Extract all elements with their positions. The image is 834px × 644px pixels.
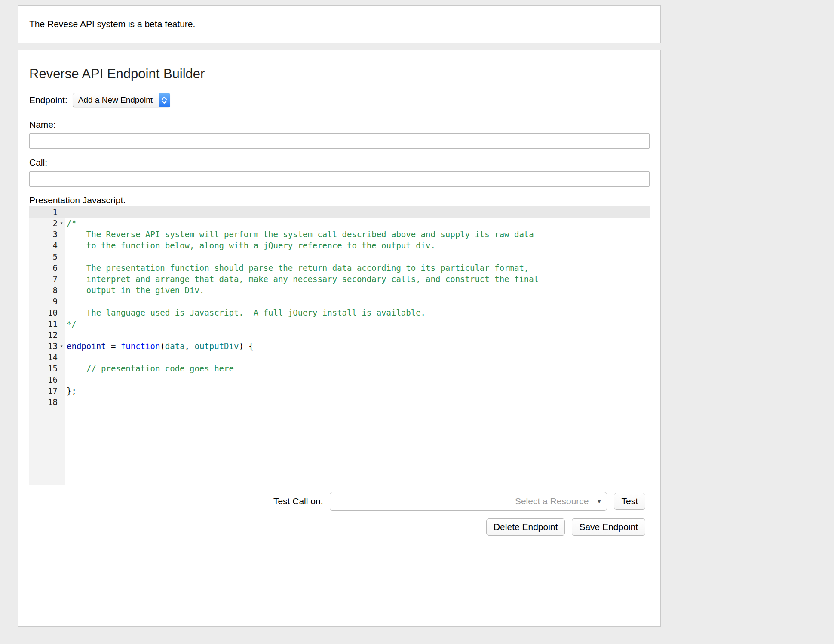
code-line-text[interactable]: }; xyxy=(65,385,650,396)
code-line-text[interactable]: The Reverse API system will perform the … xyxy=(65,229,650,240)
line-number-cell: 14 xyxy=(29,352,65,363)
code-token-keyword: function xyxy=(121,341,160,351)
code-line[interactable]: 15 // presentation code goes here xyxy=(29,363,650,374)
line-number-cell: 3 xyxy=(29,229,65,240)
fold-spacer xyxy=(58,285,65,296)
code-line[interactable]: 10 The language used is Javascript. A fu… xyxy=(29,307,650,318)
fold-spacer xyxy=(58,396,65,408)
code-line[interactable]: 18 xyxy=(29,396,650,408)
endpoint-builder-panel: Reverse API Endpoint Builder Endpoint: A… xyxy=(18,50,661,627)
fold-spacer xyxy=(58,329,65,340)
line-number-cell: 11 xyxy=(29,318,65,329)
line-number-cell: 1 xyxy=(29,206,65,218)
code-token-comment: The Reverse API system will perform the … xyxy=(67,230,534,239)
code-line[interactable]: 6 The presentation function should parse… xyxy=(29,262,650,273)
code-token-comment: The language used is Javascript. A full … xyxy=(67,308,426,317)
code-line-text[interactable] xyxy=(65,296,650,307)
code-token-comment: interpret and arrange that data, make an… xyxy=(67,274,539,284)
code-line-text[interactable] xyxy=(65,396,650,408)
code-line-text[interactable] xyxy=(65,352,650,363)
code-line[interactable]: 13▾endpoint = function(data, outputDiv) … xyxy=(29,340,650,352)
line-number-cell: 2▾ xyxy=(29,218,65,229)
endpoint-row: Endpoint: Add a New Endpoint xyxy=(29,93,650,107)
code-line-text[interactable]: // presentation code goes here xyxy=(65,363,650,374)
save-endpoint-button[interactable]: Save Endpoint xyxy=(572,518,645,536)
line-number: 3 xyxy=(53,229,58,240)
code-line[interactable]: 4 to the function below, along with a jQ… xyxy=(29,240,650,251)
code-line[interactable]: 17}; xyxy=(29,385,650,396)
line-number: 18 xyxy=(48,396,58,408)
fold-spacer xyxy=(58,307,65,318)
resource-combobox[interactable]: Select a Resource ▾ xyxy=(330,492,607,511)
fold-spacer xyxy=(58,352,65,363)
call-input[interactable] xyxy=(29,171,650,187)
line-number-cell: 5 xyxy=(29,251,65,262)
name-input[interactable] xyxy=(29,133,650,149)
endpoint-select[interactable]: Add a New Endpoint xyxy=(73,93,170,107)
line-number: 5 xyxy=(53,251,58,262)
code-line-text[interactable]: interpret and arrange that data, make an… xyxy=(65,273,650,285)
beta-notice-banner: The Revese API system is a beta feature. xyxy=(18,5,661,43)
page-container: The Revese API system is a beta feature.… xyxy=(18,0,661,627)
code-line[interactable]: 14 xyxy=(29,352,650,363)
line-number-cell: 12 xyxy=(29,329,65,340)
code-line[interactable]: 16 xyxy=(29,374,650,385)
code-line[interactable]: 8 output in the given Div. xyxy=(29,285,650,296)
line-number: 12 xyxy=(48,329,58,340)
line-number-cell: 10 xyxy=(29,307,65,318)
code-token-plain: }; xyxy=(67,386,77,396)
code-line[interactable]: 1 xyxy=(29,206,650,218)
fold-arrow-icon[interactable]: ▾ xyxy=(58,218,65,229)
page-title: Reverse API Endpoint Builder xyxy=(29,66,650,82)
code-line-text[interactable] xyxy=(65,329,650,340)
dropdown-arrow-icon[interactable]: ▾ xyxy=(598,492,601,510)
code-token-variable: endpoint xyxy=(67,341,106,351)
name-label: Name: xyxy=(29,120,650,130)
code-line-text[interactable] xyxy=(65,206,650,218)
code-line-text[interactable]: /* xyxy=(65,218,650,229)
code-token-plain xyxy=(67,364,86,373)
presentation-js-label: Presentation Javascript: xyxy=(29,195,650,205)
fold-spacer xyxy=(58,296,65,307)
delete-endpoint-button[interactable]: Delete Endpoint xyxy=(486,518,565,536)
code-line-text[interactable]: to the function below, along with a jQue… xyxy=(65,240,650,251)
line-number: 8 xyxy=(53,285,58,296)
code-line-text[interactable]: The language used is Javascript. A full … xyxy=(65,307,650,318)
code-line[interactable]: 3 The Reverse API system will perform th… xyxy=(29,229,650,240)
line-number: 6 xyxy=(53,262,58,273)
code-line[interactable]: 7 interpret and arrange that data, make … xyxy=(29,273,650,285)
code-line-text[interactable]: output in the given Div. xyxy=(65,285,650,296)
code-line-text[interactable]: The presentation function should parse t… xyxy=(65,262,650,273)
code-line[interactable]: 2▾/* xyxy=(29,218,650,229)
code-line[interactable]: 12 xyxy=(29,329,650,340)
code-line[interactable]: 5 xyxy=(29,251,650,262)
line-number-cell: 15 xyxy=(29,363,65,374)
line-number: 9 xyxy=(53,296,58,307)
fold-spacer xyxy=(58,251,65,262)
code-token-def: data xyxy=(165,341,185,351)
code-line-text[interactable] xyxy=(65,251,650,262)
line-number-cell: 9 xyxy=(29,296,65,307)
text-cursor xyxy=(67,207,67,217)
code-line-text[interactable] xyxy=(65,374,650,385)
test-button[interactable]: Test xyxy=(614,493,645,510)
line-number: 16 xyxy=(48,374,58,385)
code-token-def: outputDiv xyxy=(194,341,239,351)
fold-spacer xyxy=(58,318,65,329)
code-line-text[interactable]: */ xyxy=(65,318,650,329)
fold-spacer xyxy=(58,206,65,218)
fold-spacer xyxy=(58,273,65,285)
code-line[interactable]: 9 xyxy=(29,296,650,307)
line-number: 10 xyxy=(48,307,58,318)
code-editor[interactable]: 12▾/*3 The Reverse API system will perfo… xyxy=(29,206,650,485)
code-token-plain: , xyxy=(185,341,195,351)
line-number-cell: 8 xyxy=(29,285,65,296)
resource-input[interactable] xyxy=(330,492,607,510)
test-call-label: Test Call on: xyxy=(273,496,323,506)
fold-spacer xyxy=(58,374,65,385)
fold-arrow-icon[interactable]: ▾ xyxy=(58,340,65,352)
code-line-text[interactable]: endpoint = function(data, outputDiv) { xyxy=(65,340,650,352)
line-number-cell: 6 xyxy=(29,262,65,273)
code-line[interactable]: 11*/ xyxy=(29,318,650,329)
line-number: 15 xyxy=(48,363,58,374)
